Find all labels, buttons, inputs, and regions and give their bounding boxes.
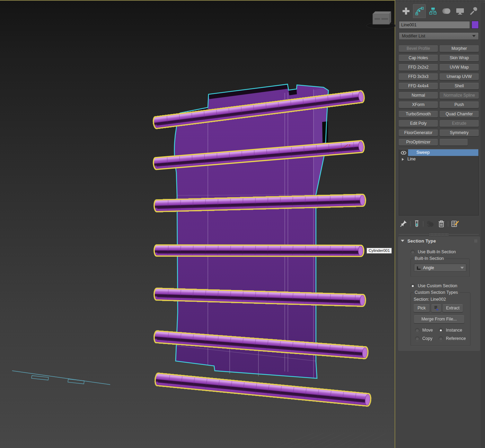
modifier-button-push[interactable]: Push (440, 102, 479, 108)
utilities-icon (469, 7, 478, 15)
radio-circle[interactable] (439, 336, 443, 341)
modifier-button-xform[interactable]: XForm (399, 102, 438, 108)
chevron-down-icon (472, 35, 476, 37)
radio-label: Copy (422, 336, 432, 341)
reference-radio[interactable]: Reference (439, 336, 467, 341)
modifier-button-turbosmooth[interactable]: TurboSmooth (399, 111, 438, 117)
toolbar-separator (410, 221, 411, 227)
modifier-stack[interactable]: Sweep Line (399, 149, 479, 216)
use-built-in-section-radio[interactable]: Use Built-In Section (411, 249, 480, 254)
panel-drag-strip[interactable] (395, 0, 485, 3)
use-custom-section-radio[interactable]: Use Custom Section (411, 283, 480, 288)
built-in-section-group: Built-In Section Angle (411, 258, 470, 277)
modifier-button-symmetry[interactable]: Symmetry (440, 130, 479, 136)
radio-circle[interactable] (411, 284, 415, 288)
tab-modify[interactable] (413, 4, 426, 18)
rollout-drag-handle[interactable] (399, 233, 479, 236)
modifier-button-unwrap-uvw[interactable]: Unwrap UVW (440, 73, 479, 80)
object-color-swatch[interactable] (471, 21, 479, 29)
section-spline-profiles[interactable] (12, 371, 110, 385)
object-tooltip: Cylinder001 (367, 248, 392, 254)
rollout-collapse-icon[interactable] (401, 240, 404, 242)
modifier-button-morpher[interactable]: Morpher (440, 45, 479, 52)
merge-from-file-button[interactable]: Merge From File... (414, 315, 464, 323)
modifier-button-edit-poly[interactable]: Edit Poly (399, 120, 438, 127)
tab-utilities[interactable] (467, 4, 480, 18)
radio-label: Reference (446, 336, 466, 341)
instance-radio[interactable]: Instance (439, 328, 467, 333)
toolbar-separator (423, 221, 423, 227)
toolbar-separator (448, 221, 448, 227)
motion-icon (442, 7, 451, 15)
modifier-button-ffd-2x2x2[interactable]: FFD 2x2x2 (399, 64, 438, 71)
rollout-grip-icon[interactable] (474, 239, 477, 243)
radio-label: Use Custom Section (418, 283, 457, 288)
modifier-list-dropdown[interactable]: Modifier List (399, 32, 479, 40)
stack-toolbar (399, 219, 479, 229)
make-unique-icon[interactable] (426, 220, 435, 228)
tab-hierarchy[interactable] (426, 4, 439, 18)
copy-radio[interactable]: Copy (415, 336, 438, 341)
angle-section-icon (416, 266, 421, 270)
stack-item-label[interactable]: Line (407, 156, 478, 162)
modifier-button-normalize-spline: Normalize Spline (440, 92, 479, 99)
panel-scroll-strip[interactable] (481, 3, 485, 448)
3d-viewport[interactable]: X y Cylinder001 (0, 0, 395, 448)
pick-button[interactable]: Pick (414, 304, 430, 312)
modifier-button-cap-holes[interactable]: Cap Holes (399, 55, 438, 61)
built-in-section-dropdown[interactable]: Angle (414, 264, 466, 272)
dropdown-value: Angle (423, 265, 434, 270)
configure-modifier-sets-icon[interactable] (451, 220, 460, 228)
viewport-canvas: X y (0, 1, 395, 448)
move-radio[interactable]: Move (415, 328, 438, 333)
modifier-list-label: Modifier List (402, 34, 425, 38)
home-grid (275, 433, 386, 448)
svg-text:y: y (334, 150, 335, 153)
modifier-button-floorgenerator[interactable]: FloorGenerator (399, 130, 438, 136)
modifier-button-empty[interactable] (440, 139, 468, 146)
modifier-button-prooptimizer[interactable]: ProOptimizer (399, 139, 438, 146)
pick-section-list-button[interactable] (431, 304, 441, 312)
radio-circle[interactable] (411, 250, 415, 254)
stack-item-label[interactable]: Sweep (408, 149, 478, 156)
stack-row-line[interactable]: Line (399, 156, 478, 162)
modifier-button-quad-chamfer[interactable]: Quad Chamfer (440, 111, 479, 117)
radio-circle[interactable] (415, 328, 420, 333)
radio-label: Instance (446, 328, 462, 333)
radio-circle[interactable] (439, 328, 443, 333)
rollout-title: Section Type (407, 238, 436, 244)
modifier-button-normal[interactable]: Normal (399, 92, 438, 99)
radio-circle[interactable] (415, 336, 420, 341)
modifier-button-uvw-map[interactable]: UVW Map (440, 64, 479, 71)
command-panel: Line001 Modifier List Bevel ProfileMorph… (395, 0, 485, 448)
custom-section-types-group: Custom Section Types Section: Line002 Pi… (411, 292, 470, 346)
rail-cylinder[interactable] (154, 245, 364, 256)
plus-icon (402, 7, 410, 15)
extract-button[interactable]: Extract (443, 304, 463, 312)
pin-stack-icon[interactable] (399, 220, 408, 228)
modifier-button-shell[interactable]: Shell (440, 83, 479, 89)
modifier-button-bevel-profile: Bevel Profile (399, 45, 438, 52)
remove-modifier-trash-icon[interactable] (437, 220, 446, 228)
modify-icon (415, 7, 424, 15)
chevron-down-icon (460, 267, 464, 269)
hierarchy-icon (429, 7, 437, 15)
modifier-button-skin-wrap[interactable]: Skin Wrap (440, 55, 479, 61)
show-end-result-icon[interactable] (413, 220, 421, 228)
viewcube[interactable] (367, 11, 395, 29)
section-type-rollout-header[interactable]: Section Type (398, 236, 480, 245)
display-icon (456, 7, 465, 15)
modifier-button-extrude: Extrude (440, 120, 479, 127)
tab-display[interactable] (453, 4, 466, 18)
expander-arrow-icon[interactable] (402, 158, 404, 161)
modifier-button-ffd-3x3x3[interactable]: FFD 3x3x3 (399, 73, 438, 80)
object-name-field[interactable]: Line001 (399, 21, 470, 29)
visibility-eye-icon[interactable] (399, 149, 408, 156)
rail-cylinder[interactable] (155, 373, 371, 406)
tab-motion[interactable] (440, 4, 453, 18)
tab-create[interactable] (399, 4, 412, 18)
modifier-buttons-grid: Bevel ProfileMorpherCap HolesSkin WrapFF… (399, 45, 479, 146)
modifier-button-ffd-4x4x4[interactable]: FFD 4x4x4 (399, 83, 438, 89)
stack-row-sweep[interactable]: Sweep (399, 149, 478, 156)
svg-text:X: X (349, 143, 351, 147)
